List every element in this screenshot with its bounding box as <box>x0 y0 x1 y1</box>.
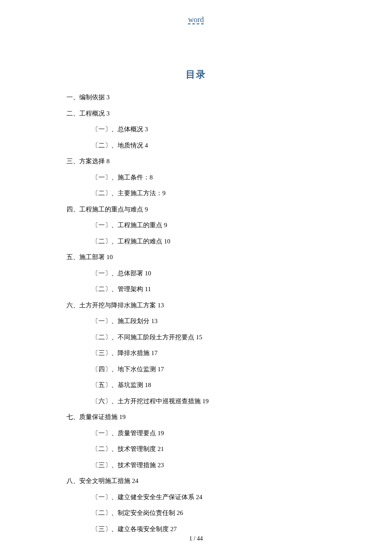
toc-item: 四、工程施工的重点与难点 9 <box>66 202 331 218</box>
toc-item: 〔三〕、建立各项安全制度 27 <box>66 521 331 538</box>
toc-item: 八、安全文明施工措施 24 <box>66 473 331 489</box>
toc-item: 五、施工部署 10 <box>66 249 331 266</box>
toc-item: 〔三〕、降排水措施 17 <box>66 345 331 361</box>
toc-item: 七、质量保证措施 19 <box>66 409 331 425</box>
toc-item: 〔二〕、工程施工的难点 10 <box>66 234 331 250</box>
toc-title: 目录 <box>0 68 392 81</box>
header-link[interactable]: word <box>0 15 392 24</box>
toc-content: 一、编制依据 3 二、工程概况 3 〔一〕、总体概况 3 〔二〕、地质情况 4 … <box>66 90 331 537</box>
toc-item: 〔二〕、制定安全岗位责任制 26 <box>66 505 331 521</box>
toc-item: 〔二〕、主要施工方法：9 <box>66 185 331 202</box>
toc-item: 三、方案选择 8 <box>66 153 331 170</box>
toc-item: 〔一〕、建立健全安全生产保证体系 24 <box>66 489 331 506</box>
toc-item: 〔二〕、管理架构 11 <box>66 281 331 298</box>
toc-item: 〔一〕、总体部署 10 <box>66 266 331 282</box>
toc-item: 一、编制依据 3 <box>66 90 331 106</box>
toc-item: 〔一〕、总体概况 3 <box>66 121 331 138</box>
toc-item: 〔一〕、施工条件：8 <box>66 170 331 186</box>
toc-item: 〔三〕、技术管理措施 23 <box>66 457 331 474</box>
toc-item: 〔二〕、地质情况 4 <box>66 138 331 154</box>
toc-item: 六、土方开挖与降排水施工方案 13 <box>66 298 331 314</box>
toc-item: 〔四〕、地下水位监测 17 <box>66 361 331 378</box>
toc-item: 〔一〕、施工段划分 13 <box>66 313 331 330</box>
toc-item: 〔二〕、不同施工阶段土方开挖要点 15 <box>66 330 331 346</box>
toc-item: 〔一〕、工程施工的重点 9 <box>66 217 331 234</box>
toc-item: 〔六〕、土方开挖过程中巡视巡查措施 19 <box>66 393 331 410</box>
toc-item: 二、工程概况 3 <box>66 106 331 122</box>
page-number: 1 / 44 <box>0 535 392 542</box>
toc-item: 〔二〕、技术管理制度 21 <box>66 441 331 457</box>
toc-item: 〔一〕、质量管理要点 19 <box>66 425 331 442</box>
toc-item: 〔五〕、基坑监测 18 <box>66 377 331 393</box>
